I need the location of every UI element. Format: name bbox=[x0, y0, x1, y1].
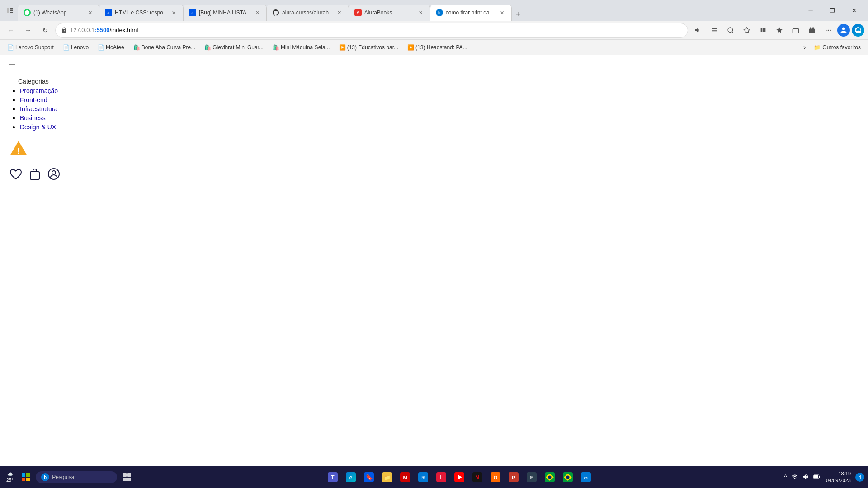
category-programacao-link[interactable]: Programação bbox=[20, 87, 58, 94]
notification-badge[interactable]: 4 bbox=[855, 473, 864, 482]
svg-text:⊞: ⊞ bbox=[421, 475, 425, 480]
shopping-bag-icon[interactable] bbox=[28, 167, 42, 184]
sidebar-toggle-button[interactable] bbox=[4, 4, 16, 17]
zoom-button[interactable] bbox=[723, 23, 738, 38]
files-app[interactable]: 📁 bbox=[379, 469, 395, 485]
svg-rect-17 bbox=[22, 478, 25, 481]
close-button[interactable]: ✕ bbox=[844, 2, 864, 19]
address-bar[interactable]: 127.0.0.1:5500/index.html bbox=[55, 23, 688, 38]
teams-app[interactable]: T bbox=[325, 469, 341, 485]
bookmark-label-educativos: (13) Educativos par... bbox=[347, 44, 398, 51]
teams-icon: T bbox=[328, 472, 338, 482]
restore-button[interactable]: ❐ bbox=[822, 2, 843, 19]
clock-display[interactable]: 18:19 04/09/2023 bbox=[824, 470, 853, 484]
forward-button[interactable]: → bbox=[21, 23, 35, 38]
tab-title-whatsapp: (1) WhatsApp bbox=[33, 9, 84, 16]
bookmark-lenovo[interactable]: 📄 Lenovo bbox=[59, 42, 92, 52]
bookmark-label-mini-maquina: Mini Máquina Sela... bbox=[281, 44, 330, 51]
tab-whatsapp[interactable]: (1) WhatsApp ✕ bbox=[18, 5, 99, 21]
bookmark-mini-maquina[interactable]: 🛍️ Mini Máquina Sela... bbox=[269, 42, 334, 52]
favorites-bar-button[interactable] bbox=[772, 23, 787, 38]
tab-como-tirar[interactable]: b como tirar print da ✕ bbox=[430, 5, 512, 21]
bookmarks-more-button[interactable]: › bbox=[801, 42, 808, 53]
tab-alura-bug[interactable]: a [Bug] MINHA LISTA... ✕ bbox=[184, 5, 267, 21]
tab-close-alurabooks[interactable]: ✕ bbox=[417, 9, 425, 16]
tab-alurabooks[interactable]: A AluraBooks ✕ bbox=[349, 5, 430, 21]
brazil-flag-app[interactable] bbox=[542, 469, 558, 485]
heart-icon[interactable] bbox=[9, 168, 23, 183]
category-business-link[interactable]: Business bbox=[20, 114, 46, 122]
taskbar-search-text: Pesquisar bbox=[52, 474, 76, 480]
grid-app[interactable]: ⊞ bbox=[524, 469, 540, 485]
clock-date: 04/09/2023 bbox=[826, 477, 851, 484]
tab-close-alura-bug[interactable]: ✕ bbox=[254, 9, 261, 16]
bookmark-bone-aba[interactable]: 🛍️ Bone Aba Curva Pre... bbox=[130, 42, 199, 52]
tab-github[interactable]: alura-cursos/alurab... ✕ bbox=[267, 5, 349, 21]
edge-taskbar-app[interactable]: e bbox=[343, 469, 359, 485]
battery-icon[interactable] bbox=[812, 473, 821, 482]
reload-button[interactable]: ↻ bbox=[38, 23, 52, 38]
svg-point-49 bbox=[548, 476, 551, 479]
wifi-icon[interactable] bbox=[791, 473, 799, 482]
vscode-app[interactable]: VS bbox=[578, 469, 594, 485]
profile-avatar-button[interactable] bbox=[837, 24, 850, 37]
tab-title-github: alura-cursos/alurab... bbox=[282, 9, 333, 16]
category-infraestrutura-link[interactable]: Infraestrutura bbox=[20, 105, 57, 113]
favorites-button[interactable] bbox=[740, 23, 754, 38]
minimize-button[interactable]: ─ bbox=[800, 2, 821, 19]
svg-rect-12 bbox=[30, 172, 39, 179]
mcafee-taskbar-app[interactable]: M bbox=[397, 469, 413, 485]
extensions-button[interactable] bbox=[805, 23, 819, 38]
more-menu-button[interactable] bbox=[821, 23, 835, 38]
task-view-button[interactable] bbox=[119, 469, 135, 485]
start-button[interactable] bbox=[18, 469, 34, 485]
svg-point-52 bbox=[566, 476, 569, 479]
bookmark-icon-mini-maquina: 🛍️ bbox=[273, 44, 279, 51]
new-tab-button[interactable]: + bbox=[512, 8, 524, 21]
edge-taskbar-icon: e bbox=[346, 472, 356, 482]
page-checkbox[interactable] bbox=[9, 64, 15, 70]
bookmark-icon-lenovo: 📄 bbox=[63, 44, 69, 51]
svg-rect-1 bbox=[10, 8, 13, 9]
tab-close-whatsapp[interactable]: ✕ bbox=[86, 9, 94, 16]
orange-app[interactable]: O bbox=[487, 469, 504, 485]
bookmark-icon-bone-aba: 🛍️ bbox=[133, 44, 140, 51]
bookmark-gievihrat[interactable]: 🛍️ Gievihrat Mini Guar... bbox=[201, 42, 267, 52]
brazil-flag2-app[interactable] bbox=[560, 469, 576, 485]
browser-wallet-button[interactable] bbox=[788, 23, 803, 38]
list-item: Programação bbox=[20, 87, 859, 95]
outros-favoritos-button[interactable]: 📁 Outros favoritos bbox=[810, 42, 864, 52]
red-app[interactable]: R bbox=[505, 469, 522, 485]
bookmark-lenovo-support[interactable]: 📄 Lenovo Support bbox=[4, 42, 57, 52]
show-hidden-icons-button[interactable]: ^ bbox=[783, 473, 788, 482]
bookmarks-taskbar-app[interactable]: 🔖 bbox=[361, 469, 377, 485]
tab-close-alura-html[interactable]: ✕ bbox=[170, 9, 178, 16]
bookmark-headstand[interactable]: ▶️ (13) Headstand: PA... bbox=[404, 42, 471, 52]
category-design-ux-link[interactable]: Design & UX bbox=[20, 123, 56, 131]
svg-text:📁: 📁 bbox=[383, 474, 390, 481]
volume-icon[interactable] bbox=[802, 473, 810, 482]
back-button[interactable]: ← bbox=[4, 23, 18, 38]
tab-close-github[interactable]: ✕ bbox=[336, 9, 343, 16]
user-circle-icon[interactable] bbox=[47, 167, 61, 184]
bookmark-educativos[interactable]: ▶️ (13) Educativos par... bbox=[335, 42, 402, 52]
taskbar-search-bar[interactable]: b Pesquisar bbox=[36, 471, 117, 483]
collections-button[interactable] bbox=[756, 23, 770, 38]
tab-alura-html[interactable]: a HTML e CSS: respo... ✕ bbox=[99, 5, 184, 21]
weather-widget[interactable]: ☁️ 25° bbox=[4, 472, 16, 483]
tab-favicon-github bbox=[272, 9, 279, 16]
reader-view-button[interactable] bbox=[707, 23, 722, 38]
svg-rect-6 bbox=[793, 28, 798, 33]
svg-rect-22 bbox=[127, 478, 131, 481]
edge-logo-button[interactable] bbox=[852, 24, 864, 37]
ms-store-app[interactable]: ⊞ bbox=[415, 469, 431, 485]
category-frontend-link[interactable]: Front-end bbox=[20, 96, 47, 103]
netflix-app[interactable]: N bbox=[469, 469, 486, 485]
tab-title-alura-html: HTML e CSS: respo... bbox=[115, 9, 168, 16]
l-app[interactable]: L bbox=[433, 469, 449, 485]
read-aloud-button[interactable] bbox=[691, 23, 705, 38]
categories-list: Programação Front-end Infraestrutura Bus… bbox=[9, 87, 859, 131]
bookmark-mcafee[interactable]: 📄 McAfee bbox=[94, 42, 128, 52]
youtube-taskbar-app[interactable] bbox=[451, 469, 467, 485]
tab-close-como-tirar[interactable]: ✕ bbox=[499, 9, 506, 16]
